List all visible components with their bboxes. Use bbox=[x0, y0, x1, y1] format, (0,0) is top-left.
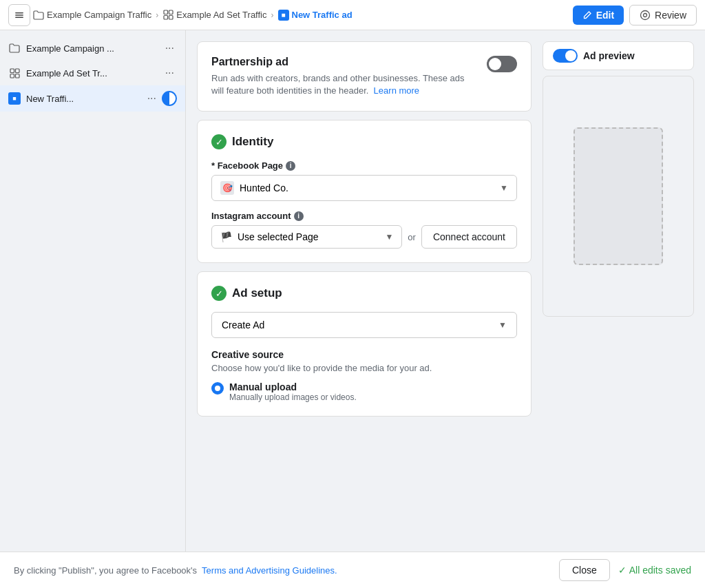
svg-rect-3 bbox=[164, 10, 168, 14]
create-ad-value: Create Ad bbox=[222, 319, 264, 330]
preview-toggle-thumb bbox=[565, 50, 576, 61]
review-button[interactable]: Review bbox=[629, 5, 697, 25]
facebook-page-chevron-icon: ▼ bbox=[500, 183, 508, 193]
ad-setup-card: ✓ Ad setup Create Ad ▼ Creative source C… bbox=[197, 271, 532, 417]
svg-rect-2 bbox=[15, 17, 23, 18]
svg-rect-4 bbox=[169, 10, 173, 14]
ad-preview-inner bbox=[574, 127, 663, 265]
svg-rect-0 bbox=[15, 12, 23, 14]
nav-actions: Edit Review bbox=[573, 5, 697, 25]
identity-check-icon: ✓ bbox=[211, 134, 227, 149]
all-edits-saved: ✓ All edits saved bbox=[618, 565, 691, 576]
svg-rect-10 bbox=[15, 69, 19, 73]
bottom-bar: By clicking "Publish", you agree to Face… bbox=[0, 552, 705, 588]
instagram-value: Use selected Page bbox=[238, 231, 319, 242]
manual-upload-label: Manual upload bbox=[229, 381, 357, 392]
partnership-card-content: Partnership ad Run ads with creators, br… bbox=[211, 56, 476, 97]
toggle-track[interactable] bbox=[487, 56, 517, 72]
sidebar-campaign-icon bbox=[8, 42, 21, 54]
svg-rect-12 bbox=[15, 74, 19, 78]
breadcrumb: Example Campaign Traffic › Example Ad Se… bbox=[33, 10, 352, 21]
svg-rect-11 bbox=[10, 74, 14, 78]
sidebar-adset-icon bbox=[8, 67, 21, 79]
svg-rect-6 bbox=[169, 16, 173, 20]
toggle-thumb bbox=[489, 58, 501, 70]
instagram-select-left: 🏴 Use selected Page bbox=[220, 231, 319, 242]
breadcrumb-sep-1: › bbox=[156, 10, 158, 20]
sidebar-campaign-more[interactable]: ··· bbox=[162, 41, 177, 55]
partnership-title: Partnership ad bbox=[211, 56, 476, 68]
sidebar-item-adset[interactable]: Example Ad Set Tr... ··· bbox=[0, 61, 185, 85]
instagram-select-dropdown[interactable]: 🏴 Use selected Page ▼ bbox=[211, 225, 402, 249]
right-panel: Ad preview bbox=[543, 41, 694, 540]
ad-preview-label: Ad preview bbox=[583, 50, 635, 61]
svg-point-8 bbox=[644, 13, 647, 17]
breadcrumb-sep-2: › bbox=[271, 10, 274, 20]
identity-section-header: ✓ Identity bbox=[211, 134, 517, 149]
terms-link[interactable]: Terms and Advertising Guidelines. bbox=[202, 565, 337, 576]
partnership-toggle[interactable] bbox=[487, 56, 517, 72]
main-content: Partnership ad Run ads with creators, br… bbox=[197, 41, 532, 540]
or-label: or bbox=[408, 232, 416, 242]
instagram-label: Instagram account i bbox=[211, 211, 517, 221]
flag-icon: 🏴 bbox=[220, 231, 232, 242]
preview-toggle-track bbox=[553, 49, 578, 63]
grid-icon bbox=[162, 10, 173, 21]
sidebar-ad-toggle[interactable] bbox=[162, 91, 177, 106]
identity-title: Identity bbox=[232, 135, 273, 149]
saved-check-icon: ✓ bbox=[618, 565, 627, 576]
svg-rect-5 bbox=[164, 16, 168, 20]
facebook-page-dropdown-left: 🎯 Hunted Co. bbox=[220, 181, 288, 195]
sidebar-ad-icon: ■ bbox=[8, 92, 21, 105]
learn-more-link[interactable]: Learn more bbox=[374, 85, 419, 96]
partnership-desc: Run ads with creators, brands and other … bbox=[211, 72, 476, 97]
sidebar-campaign-label: Example Campaign ... bbox=[26, 43, 157, 54]
svg-rect-9 bbox=[10, 69, 14, 73]
sidebar-item-campaign[interactable]: Example Campaign ... ··· bbox=[0, 36, 185, 61]
ad-preview-toggle[interactable]: Ad preview bbox=[543, 41, 694, 70]
bottom-bar-actions: Close ✓ All edits saved bbox=[559, 559, 691, 581]
sidebar-adset-actions: ··· bbox=[162, 66, 177, 80]
sidebar: Example Campaign ... ··· Example Ad Set … bbox=[0, 30, 186, 552]
instagram-info-icon[interactable]: i bbox=[294, 211, 304, 221]
sidebar-adset-label: Example Ad Set Tr... bbox=[26, 68, 157, 78]
content-area: Partnership ad Run ads with creators, br… bbox=[186, 30, 705, 552]
partnership-ad-card: Partnership ad Run ads with creators, br… bbox=[197, 41, 532, 112]
page-thumbnail-icon: 🎯 bbox=[220, 181, 234, 195]
creative-source-desc: Choose how you'd like to provide the med… bbox=[211, 363, 517, 373]
instagram-row: 🏴 Use selected Page ▼ or Connect account bbox=[211, 225, 517, 249]
main-layout: Example Campaign ... ··· Example Ad Set … bbox=[0, 30, 705, 552]
manual-upload-option[interactable]: Manual upload Manually upload images or … bbox=[211, 381, 517, 402]
connect-account-button[interactable]: Connect account bbox=[421, 225, 517, 249]
sidebar-ad-actions: ··· bbox=[145, 91, 177, 106]
breadcrumb-campaign[interactable]: Example Campaign Traffic bbox=[33, 10, 151, 21]
manual-upload-desc: Manually upload images or videos. bbox=[229, 392, 357, 402]
sidebar-item-ad[interactable]: ■ New Traffi... ··· bbox=[0, 85, 185, 112]
create-ad-dropdown[interactable]: Create Ad ▼ bbox=[211, 312, 517, 338]
manual-upload-radio[interactable] bbox=[211, 382, 224, 395]
svg-rect-1 bbox=[15, 14, 23, 16]
breadcrumb-ad[interactable]: ■ New Traffic ad bbox=[278, 10, 352, 21]
sidebar-toggle-button[interactable] bbox=[8, 4, 30, 26]
identity-card: ✓ Identity * Facebook Page i 🎯 Hunted Co… bbox=[197, 120, 532, 263]
ad-setup-section-header: ✓ Ad setup bbox=[211, 286, 517, 301]
instagram-chevron-icon: ▼ bbox=[385, 232, 393, 242]
ad-setup-check-icon: ✓ bbox=[211, 286, 227, 301]
sidebar-adset-more[interactable]: ··· bbox=[162, 66, 177, 80]
breadcrumb-adset[interactable]: Example Ad Set Traffic bbox=[162, 10, 266, 21]
folder-icon bbox=[33, 10, 44, 21]
bottom-bar-text: By clicking "Publish", you agree to Face… bbox=[14, 565, 337, 576]
creative-source-title: Creative source bbox=[211, 349, 517, 360]
sidebar-ad-label: New Traffi... bbox=[26, 94, 139, 104]
partnership-card-inner: Partnership ad Run ads with creators, br… bbox=[211, 56, 517, 97]
facebook-page-value: Hunted Co. bbox=[240, 182, 288, 193]
facebook-page-info-icon[interactable]: i bbox=[286, 161, 295, 171]
close-button[interactable]: Close bbox=[559, 559, 610, 581]
ad-preview-placeholder bbox=[543, 76, 694, 317]
edit-button[interactable]: Edit bbox=[573, 6, 624, 25]
sidebar-ad-more[interactable]: ··· bbox=[145, 92, 159, 105]
facebook-page-dropdown[interactable]: 🎯 Hunted Co. ▼ bbox=[211, 175, 517, 201]
facebook-page-label: * Facebook Page i bbox=[211, 160, 517, 171]
top-nav: Example Campaign Traffic › Example Ad Se… bbox=[0, 0, 705, 30]
sidebar-campaign-actions: ··· bbox=[162, 41, 177, 55]
